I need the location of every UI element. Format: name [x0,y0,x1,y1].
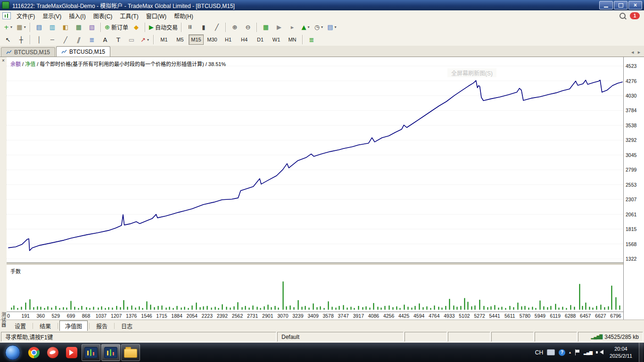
lots-histogram-chart[interactable] [7,265,623,312]
chart-shift-button[interactable]: ▸ [286,22,299,33]
metaeditor-button[interactable]: ◆ [130,22,143,33]
tester-panel-vertical-tab[interactable]: 测试器 [0,309,7,330]
arrows-button[interactable]: ↗▾ [138,34,151,45]
show-desktop-button[interactable] [639,343,643,362]
tab-scroll-right-icon[interactable]: ► [637,50,641,55]
timeframe-m30-button[interactable]: M30 [205,34,220,45]
status-profile-text: Default [281,334,299,340]
crosshair-button[interactable]: ┼ [15,34,28,45]
shapes-button[interactable]: ▭ [125,34,138,45]
x-axis-label: 3917 [353,313,364,319]
timeframe-h1-button[interactable]: H1 [221,34,236,45]
tester-tab-报告[interactable]: 报告 [91,321,113,331]
tester-tab-设置[interactable]: 设置 [9,321,31,331]
auto-scroll-button[interactable]: ▶ [272,22,286,33]
market-watch-button[interactable]: ▤ [33,22,46,33]
new-chart-button[interactable]: +▾ [1,22,15,33]
chart-window-icon[interactable] [2,12,11,19]
channel-button[interactable]: ∥ [72,34,85,45]
x-axis-label: 868 [82,313,91,319]
timeframe-d1-button[interactable]: D1 [253,34,268,45]
indicator-list-icon: ≣ [309,37,314,43]
menu-item-view[interactable]: 显示(V) [39,11,65,21]
language-indicator[interactable]: CH [535,349,543,356]
tab-scroll-left-icon[interactable]: ◄ [630,50,635,55]
y-axis-label: 2307 [626,197,636,202]
menu-item-help[interactable]: 帮助(H) [170,11,197,21]
timeframe-w1-button[interactable]: W1 [269,34,284,45]
file-explorer-icon[interactable] [121,344,140,361]
timeframe-h4-button[interactable]: H4 [237,34,252,45]
candlestick-button[interactable]: ▮ [197,22,210,33]
chart-tab-2[interactable]: BTCUSD,M15 [56,46,110,57]
new-order-button[interactable]: ⊕新订单 [103,22,130,33]
strategy-tester-button[interactable]: ▧ [85,22,99,33]
terminal-button[interactable]: ▦ [72,22,85,33]
vertical-line-button[interactable]: │ [33,34,46,45]
trendline-button[interactable]: ╱ [59,34,72,45]
equity-plot-area[interactable]: 余额 / 净值 / 每个即时价格(基于所有可利用的最小时段的每一个价格的分形插值… [7,57,623,320]
search-icon[interactable] [619,13,626,19]
text-button[interactable]: A [99,34,112,45]
zoom-in-icon: ⊕ [232,24,237,30]
chart-tab-1[interactable]: BTCUSD,M15 [1,47,55,57]
media-player-icon[interactable] [63,345,81,361]
browser-red-icon[interactable] [44,345,62,361]
network-icon[interactable]: ▂▄▆ [584,350,592,355]
menu-item-charts[interactable]: 图表(C) [90,11,116,21]
indicators-button[interactable]: ▲▾ [299,22,312,33]
cursor-button[interactable]: ↖ [1,34,15,45]
title-bar: 1116222: TradeMaxGlobal-Demo - 模拟帐户 - Tr… [0,0,644,10]
bar-chart-button[interactable]: ≡ [184,22,197,33]
help-icon[interactable]: ? [559,349,565,356]
menu-item-tools[interactable]: 工具(T) [116,11,142,21]
timeframe-m1-button[interactable]: M1 [157,34,172,45]
y-axis-label: 3292 [626,137,636,143]
tester-tab-结果[interactable]: 结果 [34,321,56,331]
tester-tab-净值图[interactable]: 净值图 [59,321,88,331]
fibonacci-button[interactable]: ≣ [85,34,99,45]
indicator-list-button[interactable]: ≣ [305,34,318,45]
x-axis-label: 4933 [444,313,454,319]
menu-item-window[interactable]: 窗口(W) [142,11,170,21]
horizontal-line-button[interactable]: ─ [46,34,59,45]
timeframe-m15-button[interactable]: M15 [189,34,204,45]
action-center-flag-icon[interactable] [575,349,580,355]
minimize-button[interactable] [599,1,613,9]
maximize-button[interactable] [614,1,627,9]
start-button[interactable] [5,345,20,360]
chrome-icon[interactable] [25,345,43,361]
autotrading-button[interactable]: ▶自动交易 [148,22,179,33]
tester-panel-caption-strip: × [0,57,7,320]
profiles-button[interactable]: ▦▾ [15,22,28,33]
x-axis-label: 1037 [96,313,107,319]
periods-button[interactable]: ◷▾ [312,22,325,33]
y-axis-label: 3538 [626,123,636,128]
line-chart-button[interactable]: ╱ [210,22,223,33]
dropdown-arrow-icon: ▾ [10,25,12,29]
tester-close-button[interactable]: × [0,58,6,64]
tile-windows-button[interactable]: ▦ [259,22,272,33]
text-label-button[interactable]: T [112,34,125,45]
zoom-out-button[interactable]: ⊖ [241,22,255,33]
taskbar-clock[interactable]: 20:04 2025/2/11 [610,346,632,360]
close-button[interactable]: × [628,1,642,9]
menu-item-insert[interactable]: 插入(I) [65,11,89,21]
hidden-icons-arrow[interactable]: ▴ [569,350,571,354]
timeframe-mn-button[interactable]: MN [285,34,300,45]
timeframe-m5-button[interactable]: M5 [173,34,188,45]
notification-badge[interactable]: 1 [630,12,640,19]
equity-curve-chart[interactable] [7,57,623,263]
zoom-in-button[interactable]: ⊕ [228,22,241,33]
mt4-taskbar-icon-2[interactable] [101,344,120,361]
data-window-button[interactable]: ▥ [46,22,59,33]
volume-icon[interactable] [596,349,603,355]
mt4-taskbar-icon-1[interactable] [82,344,100,361]
x-axis-label: 5272 [474,313,485,319]
menu-item-file[interactable]: 文件(F) [13,11,39,21]
navigator-button[interactable]: ◧ [59,22,72,33]
keyboard-icon[interactable] [547,349,555,355]
templates-button[interactable]: ▤▾ [325,22,339,33]
x-axis-label: 1884 [171,313,182,319]
tester-tab-日志[interactable]: 日志 [116,321,138,331]
